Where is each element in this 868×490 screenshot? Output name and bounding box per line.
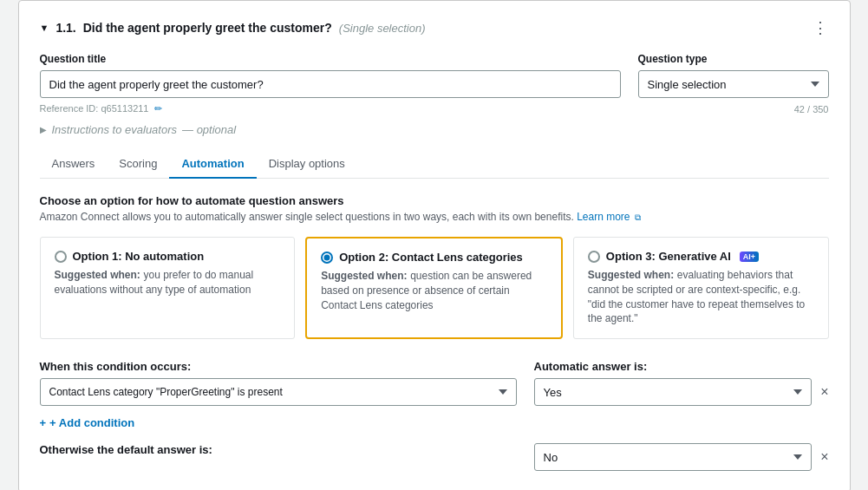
option3-title: Option 3: Generative AI — [606, 250, 731, 263]
option-contact-lens[interactable]: Option 2: Contact Lens categories Sugges… — [305, 237, 563, 339]
card-header: ▼ 1.1. Did the agent properly greet the … — [40, 18, 829, 37]
answer-right-col: Automatic answer is: Yes No × — [534, 360, 829, 406]
question-type-select[interactable]: Single selection Multiple selection Text — [638, 70, 829, 98]
automatic-answer-select[interactable]: Yes No — [534, 378, 813, 406]
option-generative-ai[interactable]: Option 3: Generative AI AI+ Suggested wh… — [573, 237, 829, 339]
condition-section: When this condition occurs: Contact Lens… — [40, 360, 829, 406]
option2-desc: Suggested when: question can be answered… — [321, 269, 547, 312]
form-row: Question title Question type Single sele… — [40, 53, 829, 98]
option3-header: Option 3: Generative AI AI+ — [588, 250, 814, 263]
main-card: ▼ 1.1. Did the agent properly greet the … — [18, 0, 851, 490]
add-condition-icon: + — [40, 416, 47, 429]
condition-left-col: When this condition occurs: Contact Lens… — [40, 360, 534, 406]
condition-select[interactable]: Contact Lens category "ProperGreeting" i… — [40, 378, 517, 406]
tab-scoring[interactable]: Scoring — [107, 150, 169, 179]
question-title-group: Question title — [40, 53, 621, 98]
default-answer-select[interactable]: No Yes — [534, 443, 813, 471]
question-title-label: Question title — [40, 53, 621, 65]
condition-label: When this condition occurs: — [40, 360, 517, 373]
option1-title: Option 1: No automation — [73, 250, 205, 263]
external-link-icon: ⧉ — [635, 212, 641, 222]
answer-section: Automatic answer is: Yes No × — [534, 360, 829, 406]
instructions-label: Instructions to evaluators — [52, 123, 178, 136]
option1-radio[interactable] — [55, 251, 67, 263]
tab-automation[interactable]: Automation — [169, 150, 256, 179]
tab-display-options[interactable]: Display options — [257, 150, 357, 179]
add-condition-label: + Add condition — [49, 416, 134, 429]
condition-answer-row: When this condition occurs: Contact Lens… — [40, 360, 829, 406]
option3-radio[interactable] — [588, 251, 600, 263]
answer-header-row: Automatic answer is: — [534, 360, 829, 373]
ai-badge: AI+ — [740, 252, 759, 262]
option2-radio[interactable] — [321, 252, 333, 264]
remove-condition-button[interactable]: × — [820, 384, 828, 400]
instructions-chevron-icon[interactable]: ▶ — [40, 125, 47, 134]
default-answer-label: Otherwise the default answer is: — [40, 443, 517, 456]
question-type-label: Question type — [638, 53, 829, 65]
ref-char-row: Reference ID: q65113211 ✏ 42 / 350 — [40, 103, 829, 114]
more-options-icon[interactable]: ⋮ — [813, 18, 829, 37]
instructions-row: ▶ Instructions to evaluators — optional — [40, 123, 829, 136]
option1-desc: Suggested when: you prefer to do manual … — [55, 268, 281, 297]
automation-section-subtitle: Amazon Connect allows you to automatical… — [40, 211, 829, 223]
question-number: 1.1. — [55, 21, 75, 35]
automatic-answer-label: Automatic answer is: — [534, 360, 673, 373]
question-type-tag: (Single selection) — [339, 22, 426, 35]
option2-title: Option 2: Contact Lens categories — [339, 251, 523, 264]
reference-id: Reference ID: q65113211 ✏ — [40, 103, 162, 114]
question-title-input[interactable] — [40, 70, 621, 98]
tab-answers[interactable]: Answers — [40, 150, 108, 179]
default-right-col: No Yes × — [534, 443, 829, 471]
question-type-group: Question type Single selection Multiple … — [638, 53, 829, 98]
remove-default-button[interactable]: × — [820, 449, 828, 465]
card-header-left: ▼ 1.1. Did the agent properly greet the … — [40, 21, 426, 35]
char-count: 42 / 350 — [794, 104, 829, 114]
automation-section-title: Choose an option for how to automate que… — [40, 194, 829, 207]
automation-content: Choose an option for how to automate que… — [40, 194, 829, 471]
instructions-optional: — optional — [182, 123, 236, 136]
default-left-col: Otherwise the default answer is: — [40, 443, 534, 456]
learn-more-link[interactable]: Learn more ⧉ — [577, 211, 641, 223]
collapse-icon[interactable]: ▼ — [40, 23, 49, 33]
option1-header: Option 1: No automation — [55, 250, 281, 263]
default-cols: Otherwise the default answer is: No Yes … — [40, 443, 829, 471]
question-header-text: Did the agent properly greet the custome… — [83, 21, 332, 35]
edit-ref-icon[interactable]: ✏ — [154, 103, 162, 114]
option-no-automation[interactable]: Option 1: No automation Suggested when: … — [40, 237, 296, 339]
default-answer-row: Otherwise the default answer is: No Yes … — [40, 443, 829, 471]
add-condition-button[interactable]: + + Add condition — [40, 416, 829, 429]
automation-options-row: Option 1: No automation Suggested when: … — [40, 237, 829, 339]
tabs-bar: Answers Scoring Automation Display optio… — [40, 150, 829, 179]
option2-header: Option 2: Contact Lens categories — [321, 251, 547, 264]
option3-desc: Suggested when: evaluating behaviors tha… — [588, 268, 814, 326]
